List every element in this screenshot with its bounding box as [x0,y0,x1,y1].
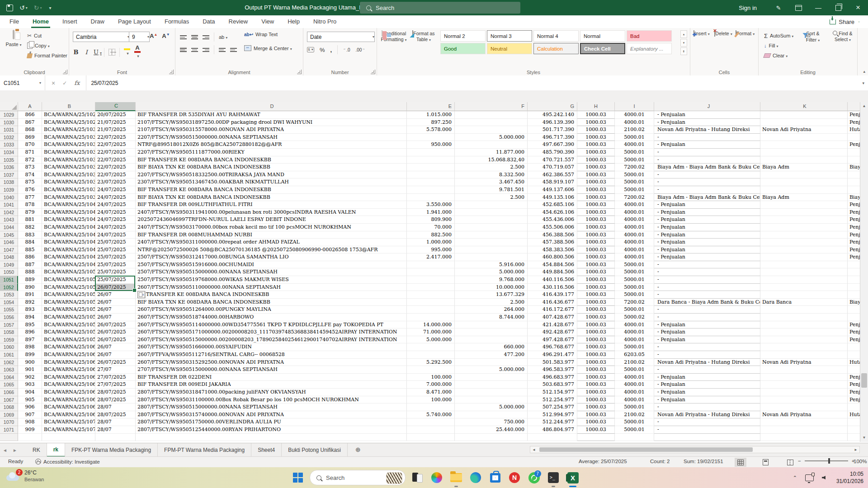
cell[interactable]: BCA/WARNA/25/1056 [42,314,95,321]
cell[interactable]: 492.428.677 [528,328,577,336]
cell[interactable]: 496.291.477 [528,351,577,359]
cell[interactable]: 4000.01 [615,381,654,389]
cell[interactable] [407,149,455,156]
cell[interactable]: 1000.03 [577,404,615,411]
cell[interactable]: 10.000.000 [455,284,528,291]
underline-button[interactable]: U [94,49,100,56]
cell[interactable]: 11.877.000 [455,149,528,156]
cell[interactable]: - Penjualan [654,328,760,336]
cell[interactable]: Penjualan [848,216,860,224]
normal-view-button[interactable] [735,458,746,467]
column-header-C[interactable]: C [95,102,136,111]
cell[interactable]: 1000.03 [577,381,615,389]
cell[interactable] [760,224,848,231]
cell[interactable]: 21/07/2025 [95,126,136,134]
paste-button[interactable]: Paste [4,31,24,66]
style-chip[interactable]: Normal 3 [487,30,532,42]
row-header[interactable]: 1067 [0,396,18,404]
cell[interactable]: BCA/WARNA/25/1054 [42,299,95,306]
column-header-B[interactable]: B [42,102,95,111]
cell[interactable]: 903 [18,381,42,389]
cell[interactable]: 2100.02 [615,126,654,134]
cell[interactable]: 1000.03 [577,119,615,127]
cell[interactable]: 874 [18,171,42,179]
cell[interactable] [760,418,848,426]
cell[interactable] [848,156,860,164]
cell[interactable]: 888 [18,268,42,276]
cell[interactable] [407,314,455,321]
cell[interactable]: 870 [18,141,42,149]
cell[interactable]: 2607/FTSCY/WS95051264000.00PUNGKY MAYLIN… [136,306,407,314]
cut-button[interactable]: ✂Cut [25,31,67,41]
cell[interactable]: 1000.03 [577,291,615,299]
cancel-icon[interactable]: × [52,80,55,87]
cell[interactable]: 25/07/2025 [95,276,136,284]
cell[interactable]: 4000.01 [615,374,654,381]
cell[interactable]: 2207/FTSCY/WS950518332500.00TRIRAKSA JAY… [136,171,407,179]
cell[interactable] [760,328,848,336]
horizontal-scrollbar[interactable]: ◄ ► [530,446,860,453]
alignment-dialog-launcher[interactable] [297,70,302,74]
cell[interactable]: 892 [18,299,42,306]
cell[interactable]: 24/07/2025 [95,216,136,224]
font-name-combo[interactable]: Cambria [73,32,130,42]
cell[interactable]: 4000.01 [615,224,654,231]
cell[interactable] [760,246,848,254]
cell[interactable]: - [654,351,760,359]
cell[interactable]: 25.440.000 [455,426,528,434]
edge-button[interactable] [468,470,483,485]
style-chip[interactable]: Check Cell [580,43,625,54]
cell[interactable]: 881 [18,216,42,224]
cell[interactable] [760,321,848,329]
cell[interactable] [760,351,848,359]
tray-expand-icon[interactable]: ⌃ [793,475,797,481]
cell[interactable]: 7200.02 [615,194,654,202]
column-header-K[interactable]: K [760,102,848,111]
find-select-button[interactable]: Find &Select [828,31,857,43]
scroll-up-icon[interactable]: ▲ [860,102,868,110]
bold-button[interactable]: B [73,49,79,56]
cell[interactable]: Biaya Adm - Biaya Adm Bank & Buku Cek [654,194,760,202]
copy-button[interactable]: Copy [25,41,67,51]
cell[interactable]: 2807/FTSCY/WS95031100000.00Box Robak Bes… [136,396,407,404]
cell[interactable] [848,418,860,426]
cell[interactable]: 2607/FTSCY/WS9505114000000.00WD354775561… [136,321,407,329]
cell[interactable]: 1000.03 [577,156,615,164]
cell[interactable] [455,231,528,239]
cell[interactable]: 24/07/2025 [95,231,136,239]
row-header[interactable]: 1062 [0,359,18,366]
cell[interactable]: 909 [18,426,42,434]
row-header[interactable]: 1068 [0,404,18,411]
row-header[interactable]: 1064 [0,374,18,381]
cell[interactable]: 20/07/2025 [95,111,136,119]
number-format-combo[interactable]: Date [307,32,375,42]
cell[interactable]: - [654,186,760,194]
style-chip[interactable]: Neutral [487,43,532,54]
cell[interactable]: 890 [18,284,42,291]
cell[interactable]: 512.154.977 [528,389,577,396]
cell[interactable] [615,434,654,441]
enter-icon[interactable]: ✓ [62,80,67,86]
cell[interactable]: 26/07 [95,314,136,321]
cell[interactable]: BIF TRANSFER DR 009LUTHFIATHUL FITRI [136,201,407,209]
cell[interactable]: - [654,426,760,434]
restore-button[interactable] [828,0,848,15]
row-header[interactable]: 1030 [0,119,18,127]
cell[interactable]: 4000.01 [615,119,654,127]
cell[interactable]: 497.667.390 [528,141,577,149]
cell[interactable]: 2507/FTSCY/WS950519768000.00WIKAS MAKMUR… [136,276,407,284]
cell[interactable]: 22/07/2025 [95,149,136,156]
cell[interactable]: NTRF@2025072500026 508@BCA25070136185 @2… [136,246,407,254]
cell[interactable]: 2207/FTSCY/WS950515000000.00NANA SEPTIAN… [136,134,407,141]
cell[interactable]: 26/07 [95,291,136,299]
row-header[interactable]: 1032 [0,134,18,141]
cell[interactable] [407,171,455,179]
cell[interactable]: BCA/WARNA/25/1070 [42,418,95,426]
cell[interactable]: 2.500 [455,164,528,171]
cell[interactable]: 457.388.506 [528,239,577,246]
cell[interactable]: 1000.03 [577,328,615,336]
cell[interactable]: 462.386.557 [528,171,577,179]
sheet-tab-fpm-pt-warna-media-packaging[interactable]: FPM-PT Warna Media Packaging [158,443,251,457]
cell[interactable]: 70.000 [407,224,455,231]
cell[interactable]: 512.994.977 [528,411,577,419]
